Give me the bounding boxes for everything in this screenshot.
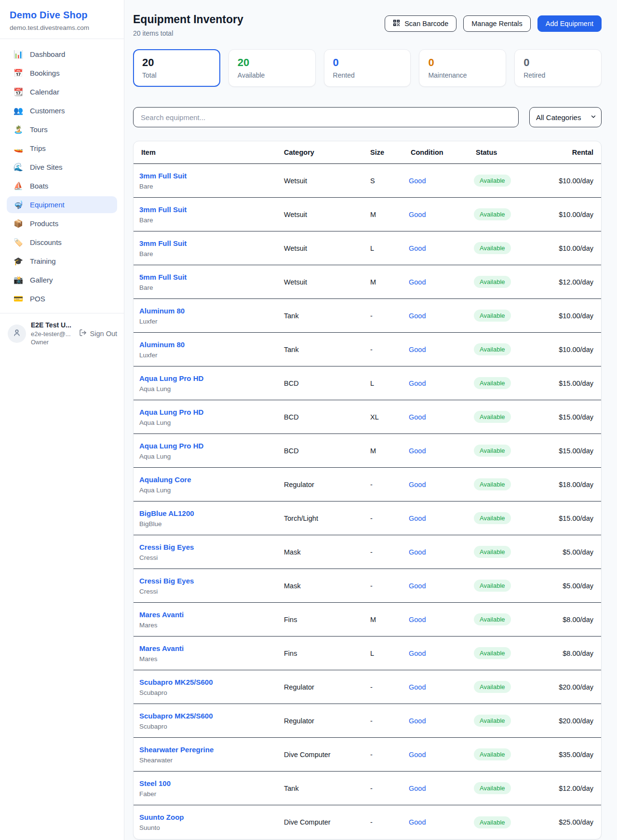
item-name-link[interactable]: Scubapro MK25/S600 <box>139 678 282 686</box>
item-name-link[interactable]: 5mm Full Suit <box>139 273 282 281</box>
sidebar-item-dashboard[interactable]: 📊 Dashboard <box>7 46 117 63</box>
item-name-link[interactable]: Aqualung Core <box>139 475 282 484</box>
gallery-icon: 📸 <box>13 276 24 284</box>
stat-card-total[interactable]: 20 Total <box>133 49 220 87</box>
condition-link[interactable]: Good <box>409 785 426 792</box>
sidebar-item-gallery[interactable]: 📸 Gallery <box>7 271 117 288</box>
condition-link[interactable]: Good <box>409 481 426 488</box>
status-badge: Available <box>474 411 511 423</box>
sidebar-item-boats[interactable]: ⛵ Boats <box>7 177 117 194</box>
status-badge: Available <box>474 512 511 524</box>
stat-card-rented[interactable]: 0 Rented <box>324 49 411 87</box>
sidebar-item-label: Dive Sites <box>30 163 63 171</box>
item-name-link[interactable]: 3mm Full Suit <box>139 172 282 180</box>
item-brand: Cressi <box>139 554 282 561</box>
condition-link[interactable]: Good <box>409 650 426 657</box>
size-cell: - <box>368 346 409 353</box>
column-header-condition: Condition <box>409 149 474 156</box>
sidebar-item-products[interactable]: 📦 Products <box>7 215 117 232</box>
item-name-link[interactable]: Aluminum 80 <box>139 340 282 349</box>
search-input[interactable] <box>133 107 519 127</box>
status-badge: Available <box>474 478 511 490</box>
item-name-link[interactable]: Aluminum 80 <box>139 307 282 315</box>
sidebar-item-trips[interactable]: 🚤 Trips <box>7 140 117 157</box>
item-brand: Mares <box>139 655 282 663</box>
condition-link[interactable]: Good <box>409 717 426 725</box>
sign-out-button[interactable]: Sign Out <box>79 329 117 338</box>
sidebar-item-discounts[interactable]: 🏷️ Discounts <box>7 234 117 251</box>
item-name-link[interactable]: Suunto Zoop <box>139 813 282 821</box>
item-name-link[interactable]: Scubapro MK25/S600 <box>139 712 282 720</box>
condition-link[interactable]: Good <box>409 379 426 387</box>
condition-link[interactable]: Good <box>409 244 426 252</box>
condition-link[interactable]: Good <box>409 413 426 421</box>
rental-cell: $10.00/day <box>556 211 595 218</box>
rental-cell: $15.00/day <box>556 379 595 387</box>
condition-link[interactable]: Good <box>409 177 426 185</box>
item-name-link[interactable]: Aqua Lung Pro HD <box>139 374 282 382</box>
condition-link[interactable]: Good <box>409 211 426 218</box>
add-equipment-button[interactable]: Add Equipment <box>537 15 602 32</box>
stat-value: 0 <box>428 56 497 69</box>
sidebar-item-bookings[interactable]: 📅 Bookings <box>7 65 117 81</box>
sidebar-item-equipment[interactable]: 🤿 Equipment <box>7 196 117 213</box>
avatar <box>8 325 26 343</box>
condition-link[interactable]: Good <box>409 751 426 759</box>
condition-link[interactable]: Good <box>409 447 426 455</box>
table-row: BigBlue AL1200 BigBlue Torch/Light - Goo… <box>134 501 601 535</box>
condition-link[interactable]: Good <box>409 548 426 556</box>
dive-sites-icon: 🌊 <box>13 163 24 171</box>
item-name-link[interactable]: Aqua Lung Pro HD <box>139 408 282 416</box>
table-row: Mares Avanti Mares Fins L Good Available… <box>134 637 601 670</box>
scan-barcode-button[interactable]: Scan Barcode <box>385 15 456 32</box>
item-name-link[interactable]: Cressi Big Eyes <box>139 577 282 585</box>
boats-icon: ⛵ <box>13 182 24 190</box>
table-header-row: Item Category Size Condition Status Rent… <box>134 141 601 164</box>
condition-link[interactable]: Good <box>409 346 426 353</box>
item-brand: Scubapro <box>139 723 282 730</box>
size-cell: - <box>368 683 409 691</box>
item-name-link[interactable]: Aqua Lung Pro HD <box>139 442 282 450</box>
condition-link[interactable]: Good <box>409 582 426 590</box>
discounts-icon: 🏷️ <box>13 239 24 246</box>
item-name-link[interactable]: 3mm Full Suit <box>139 239 282 247</box>
item-name-link[interactable]: BigBlue AL1200 <box>139 509 282 517</box>
sidebar-item-pos[interactable]: 💳 POS <box>7 290 117 307</box>
size-cell: M <box>368 278 409 286</box>
condition-link[interactable]: Good <box>409 818 426 826</box>
stat-card-available[interactable]: 20 Available <box>228 49 316 87</box>
sidebar-item-customers[interactable]: 👥 Customers <box>7 102 117 119</box>
condition-link[interactable]: Good <box>409 616 426 623</box>
size-cell: M <box>368 616 409 623</box>
item-name-link[interactable]: Steel 100 <box>139 779 282 787</box>
condition-link[interactable]: Good <box>409 515 426 522</box>
sidebar-item-calendar[interactable]: 📆 Calendar <box>7 83 117 100</box>
item-name-link[interactable]: Mares Avanti <box>139 644 282 652</box>
item-brand: Luxfer <box>139 352 282 359</box>
rental-cell: $15.00/day <box>556 447 595 455</box>
column-header-category: Category <box>282 149 368 156</box>
brand-name: Demo Dive Shop <box>10 10 114 21</box>
sidebar-item-training[interactable]: 🎓 Training <box>7 253 117 270</box>
sidebar-item-tours[interactable]: 🏝️ Tours <box>7 121 117 138</box>
item-name-link[interactable]: 3mm Full Suit <box>139 205 282 214</box>
manage-rentals-button[interactable]: Manage Rentals <box>463 15 531 32</box>
category-select[interactable]: All Categories <box>529 107 602 127</box>
stat-card-retired[interactable]: 0 Retired <box>514 49 602 87</box>
table-row: Aqua Lung Pro HD Aqua Lung BCD M Good Av… <box>134 434 601 468</box>
sidebar-item-label: Dashboard <box>30 50 65 58</box>
item-name-link[interactable]: Mares Avanti <box>139 610 282 619</box>
item-name-link[interactable]: Cressi Big Eyes <box>139 543 282 551</box>
table-row: Suunto Zoop Suunto Dive Computer - Good … <box>134 805 601 839</box>
condition-link[interactable]: Good <box>409 683 426 691</box>
item-name-link[interactable]: Shearwater Peregrine <box>139 745 282 754</box>
calendar-icon: 📆 <box>13 88 24 96</box>
condition-link[interactable]: Good <box>409 278 426 286</box>
condition-link[interactable]: Good <box>409 312 426 320</box>
items-total-subtitle: 20 items total <box>133 29 243 37</box>
sidebar-item-dive-sites[interactable]: 🌊 Dive Sites <box>7 159 117 176</box>
status-badge: Available <box>474 782 511 794</box>
column-header-size: Size <box>368 149 409 156</box>
rental-cell: $20.00/day <box>556 717 595 725</box>
stat-card-maintenance[interactable]: 0 Maintenance <box>419 49 506 87</box>
